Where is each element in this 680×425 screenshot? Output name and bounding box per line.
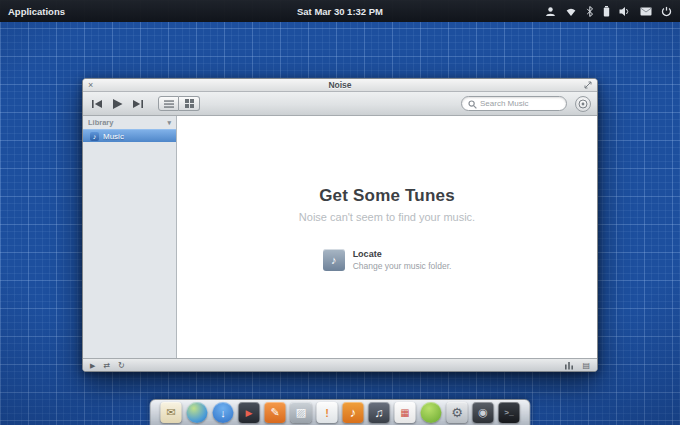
statusbar: ▶ ⇄ ↻ ▤: [83, 358, 597, 371]
queue-list-icon[interactable]: ▤: [582, 359, 590, 372]
list-view-button[interactable]: [158, 96, 179, 111]
locate-action-subtitle: Change your music folder.: [353, 261, 452, 271]
sidebar-header-label: Library: [88, 118, 113, 127]
shuffle-icon[interactable]: ⇄: [103, 359, 110, 372]
grid-view-button[interactable]: [179, 96, 200, 111]
mail-app-icon: ✉: [166, 406, 175, 419]
scratch-editor-icon: ✎: [270, 406, 279, 419]
collapse-arrow-icon: ▾: [167, 119, 171, 127]
sidebar-item-label: Music: [103, 132, 124, 141]
dock-item-software-updates[interactable]: ↓: [213, 402, 234, 423]
updates-icon: ↓: [220, 407, 226, 419]
search-field[interactable]: [461, 96, 567, 111]
dock-item-scratch-editor[interactable]: ✎: [265, 402, 286, 423]
applications-menu[interactable]: Applications: [8, 6, 65, 17]
statusbar-play-icon[interactable]: ▶: [90, 359, 95, 372]
titlebar[interactable]: × Noise: [83, 79, 597, 92]
dock-item-noise-music[interactable]: ♪: [343, 402, 364, 423]
close-button[interactable]: ×: [88, 79, 93, 92]
previous-button[interactable]: [89, 99, 105, 109]
feedback-icon: !: [325, 407, 329, 419]
dock-item-camera[interactable]: ◉: [473, 402, 494, 423]
view-switcher: [158, 96, 200, 111]
main-content: Get Some Tunes Noise can't seem to find …: [177, 116, 597, 358]
photos-icon: ▨: [296, 406, 306, 419]
calendar-icon: ▦: [400, 407, 409, 418]
dock-item-web-browser[interactable]: [187, 402, 208, 423]
sidebar-item-music[interactable]: ♪ Music: [83, 129, 176, 142]
dock-item-videos[interactable]: ▶: [239, 402, 260, 423]
volume-icon[interactable]: [619, 6, 631, 17]
music-folder-icon: ♪: [323, 249, 345, 271]
system-settings-icon: ⚙: [451, 405, 463, 420]
videos-icon: ▶: [246, 408, 253, 418]
repeat-icon[interactable]: ↻: [118, 359, 125, 372]
dock-item-photos[interactable]: ▨: [291, 402, 312, 423]
dock-item-feedback[interactable]: !: [317, 402, 338, 423]
equalizer-button[interactable]: [575, 96, 591, 112]
placeholder-subtitle: Noise can't seem to find your music.: [299, 211, 475, 223]
equalizer-bars-icon[interactable]: [565, 356, 574, 374]
next-button[interactable]: [130, 99, 146, 109]
terminal-icon: >_: [504, 408, 514, 417]
noise-window: × Noise: [82, 78, 598, 372]
dock-item-audio[interactable]: ♫: [369, 402, 390, 423]
dock: ✉ ↓ ▶ ✎ ▨ ! ♪ ♫ ▦ ⚙ ◉ >_: [150, 399, 531, 425]
locate-action-title: Locate: [353, 249, 452, 259]
user-icon[interactable]: [545, 6, 556, 17]
camera-icon: ◉: [478, 406, 488, 419]
locate-action[interactable]: ♪ Locate Change your music folder.: [323, 249, 452, 271]
clock[interactable]: Sat Mar 30 1:32 PM: [297, 6, 383, 17]
dock-item-mail[interactable]: ✉: [161, 402, 182, 423]
search-input[interactable]: [480, 99, 560, 108]
toolbar: [83, 92, 597, 116]
audio-app-icon: ♫: [375, 406, 384, 420]
battery-icon[interactable]: [603, 6, 610, 17]
dock-item-lime-app[interactable]: [421, 402, 442, 423]
power-icon[interactable]: [661, 6, 672, 17]
search-icon: [468, 95, 477, 113]
window-title: Noise: [328, 80, 351, 90]
wifi-icon[interactable]: [565, 6, 577, 17]
sidebar: Library ▾ ♪ Music: [83, 116, 177, 358]
top-panel: Applications Sat Mar 30 1:32 PM: [0, 0, 680, 22]
placeholder-title: Get Some Tunes: [319, 186, 455, 206]
noise-music-icon: ♪: [350, 405, 357, 420]
music-note-icon: ♪: [90, 132, 99, 141]
sidebar-header-library[interactable]: Library ▾: [83, 116, 176, 129]
dock-item-terminal[interactable]: >_: [499, 402, 520, 423]
dock-item-calendar[interactable]: ▦: [395, 402, 416, 423]
dock-item-system-settings[interactable]: ⚙: [447, 402, 468, 423]
desktop: Applications Sat Mar 30 1:32 PM: [0, 0, 680, 425]
mail-indicator-icon[interactable]: [640, 7, 652, 16]
maximize-button[interactable]: [584, 81, 592, 89]
bluetooth-icon[interactable]: [586, 6, 594, 17]
play-button[interactable]: [109, 98, 126, 110]
